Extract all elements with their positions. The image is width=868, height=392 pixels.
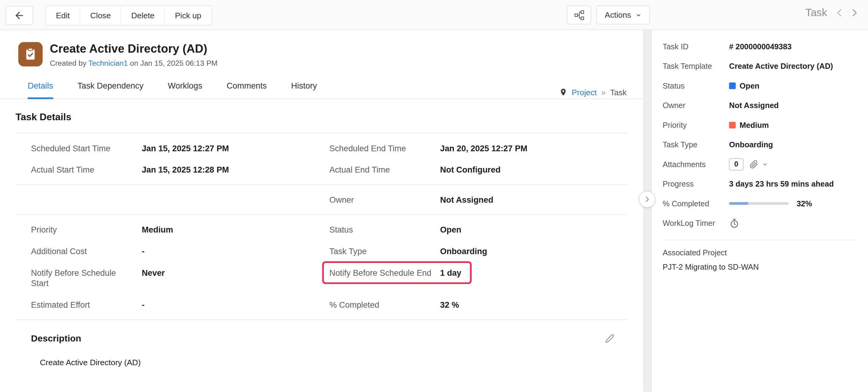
field-row: Owner Not Assigned (16, 189, 628, 210)
task-action-button-group: Edit Close Delete Pick up (45, 5, 212, 25)
status-field: Status Open (329, 224, 461, 235)
task-type-label: Task Type (329, 246, 440, 257)
status-text: Open (740, 81, 760, 90)
sidebar-row-task-type: Task Type Onboarding (662, 135, 857, 155)
tab-history[interactable]: History (291, 81, 317, 99)
sidebar-row-worklog-timer: WorkLog Timer (662, 213, 857, 233)
attachments-chevron-down-icon[interactable] (763, 161, 768, 167)
pickup-button[interactable]: Pick up (165, 6, 211, 25)
priority-medium-color-swatch (729, 122, 736, 128)
topbar-left: Edit Close Delete Pick up (5, 5, 212, 25)
field-row: Estimated Effort - % Completed 32 % (16, 294, 628, 315)
owner-field: Owner Not Assigned (329, 194, 493, 205)
scheduled-end-time-field: Scheduled End Time Jan 20, 2025 12:27 PM (329, 143, 527, 153)
paperclip-icon[interactable] (750, 160, 758, 169)
percent-completed-progress-bar (729, 202, 788, 205)
tab-worklogs[interactable]: Worklogs (168, 81, 202, 99)
actual-start-time-label: Actual Start Time (31, 164, 142, 175)
scheduled-start-time-label: Scheduled Start Time (31, 143, 142, 153)
notify-before-schedule-start-label: Notify Before Schedule Start (31, 268, 142, 289)
field-row: Scheduled Start Time Jan 15, 2025 12:27 … (16, 137, 628, 159)
percent-completed-label: % Completed (329, 300, 440, 310)
sidebar-row-task-id: Task ID # 2000000049383 (662, 36, 857, 56)
task-type-value: Onboarding (440, 246, 487, 257)
breadcrumb-current: Task (610, 88, 627, 96)
previous-task-button[interactable] (834, 7, 846, 19)
task-template-value: Create Active Directory (AD) (729, 61, 833, 70)
task-header: Create Active Directory (AD) Created by … (0, 30, 643, 67)
percent-completed-field: % Completed 32 % (329, 300, 459, 310)
task-summary-sidebar: Task ID # 2000000049383 Task Template Cr… (651, 30, 868, 392)
actual-start-time-field: Actual Start Time Jan 15, 2025 12:28 PM (16, 164, 329, 175)
close-task-button[interactable]: Close (80, 6, 121, 25)
task-details-section: Task Details Scheduled Start Time Jan 15… (0, 111, 643, 384)
location-pin-icon (559, 88, 567, 96)
edit-button[interactable]: Edit (46, 6, 80, 25)
priority-value: Medium (729, 121, 769, 129)
actual-start-time-value: Jan 15, 2025 12:28 PM (142, 164, 229, 175)
status-open-color-swatch (729, 83, 736, 89)
scheduled-start-time-field: Scheduled Start Time Jan 15, 2025 12:27 … (16, 143, 329, 153)
field-row: Notify Before Schedule Start Never Notif… (16, 262, 628, 294)
module-title: Task (805, 7, 827, 19)
created-by-link[interactable]: Technician1 (88, 59, 128, 67)
tab-details[interactable]: Details (28, 81, 53, 99)
created-by-prefix: Created by (50, 59, 87, 67)
task-title-block: Create Active Directory (AD) Created by … (50, 42, 218, 67)
hierarchy-view-button[interactable] (567, 5, 591, 24)
attachments-label: Attachments (662, 160, 729, 169)
owner-label: Owner (329, 194, 440, 205)
description-header: Description (16, 333, 628, 344)
created-by-line: Created by Technician1 on Jan 15, 2025 0… (50, 59, 218, 67)
actions-menu-button[interactable]: Actions (596, 5, 650, 24)
task-type-field: Task Type Onboarding (329, 246, 487, 257)
notify-before-schedule-end-value: 1 day (440, 268, 461, 278)
attachments-count[interactable]: 0 (729, 158, 743, 171)
attachments-value: 0 (729, 158, 768, 171)
owner-value: Not Assigned (440, 194, 493, 205)
percent-completed-progress-fill (729, 202, 748, 205)
hierarchy-tree-icon (574, 10, 585, 20)
stopwatch-icon[interactable] (729, 218, 740, 229)
description-section: Description Create Active Directory (AD) (16, 320, 628, 384)
field-row: Priority Medium Status Open (16, 218, 628, 240)
collapse-sidebar-button[interactable] (639, 191, 656, 208)
next-task-button[interactable] (848, 7, 860, 19)
delete-button[interactable]: Delete (121, 6, 165, 25)
actual-end-time-field: Actual End Time Not Configured (329, 164, 500, 175)
properties-field-group: Priority Medium Status Open Additional C… (16, 215, 628, 320)
associated-project-value[interactable]: PJT-2 Migrating to SD-WAN (662, 262, 857, 271)
task-type-value: Onboarding (729, 140, 773, 149)
priority-field: Priority Medium (16, 224, 329, 235)
sidebar-row-status: Status Open (662, 76, 857, 96)
breadcrumb-project-link[interactable]: Project (571, 88, 596, 96)
breadcrumb: Project » Task (559, 87, 627, 97)
tab-task-dependency[interactable]: Task Dependency (77, 81, 143, 99)
field-row: Additional Cost - Task Type Onboarding (16, 240, 628, 262)
sidebar-row-percent-completed: % Completed 32% (662, 194, 857, 214)
chevron-down-icon (636, 12, 642, 18)
back-arrow-icon (14, 10, 25, 21)
notify-before-schedule-start-value: Never (142, 268, 165, 278)
task-clipboard-icon (18, 42, 42, 66)
back-button[interactable] (5, 6, 33, 25)
field-row: Actual Start Time Jan 15, 2025 12:28 PM … (16, 159, 628, 180)
task-id-label: Task ID (662, 42, 729, 51)
edit-description-button[interactable] (605, 334, 615, 343)
actions-menu-label: Actions (605, 11, 631, 20)
sidebar-row-progress: Progress 3 days 23 hrs 59 mins ahead (662, 174, 857, 194)
owner-label: Owner (662, 101, 729, 110)
breadcrumb-separator: » (601, 87, 606, 97)
sidebar-row-task-template: Task Template Create Active Directory (A… (662, 56, 857, 76)
status-value: Open (440, 224, 461, 235)
priority-label: Priority (31, 224, 142, 235)
tab-comments[interactable]: Comments (227, 81, 267, 99)
task-detail-page: Edit Close Delete Pick up Actions Task (0, 0, 868, 392)
additional-cost-label: Additional Cost (31, 246, 142, 257)
tab-bar: Details Task Dependency Worklogs Comment… (0, 81, 643, 99)
owner-field-group: Owner Not Assigned (16, 185, 628, 214)
percent-completed-label: % Completed (662, 199, 729, 208)
additional-cost-value: - (142, 246, 145, 257)
sidebar-row-owner: Owner Not Assigned (662, 96, 857, 115)
main-panel: Create Active Directory (AD) Created by … (0, 30, 644, 392)
